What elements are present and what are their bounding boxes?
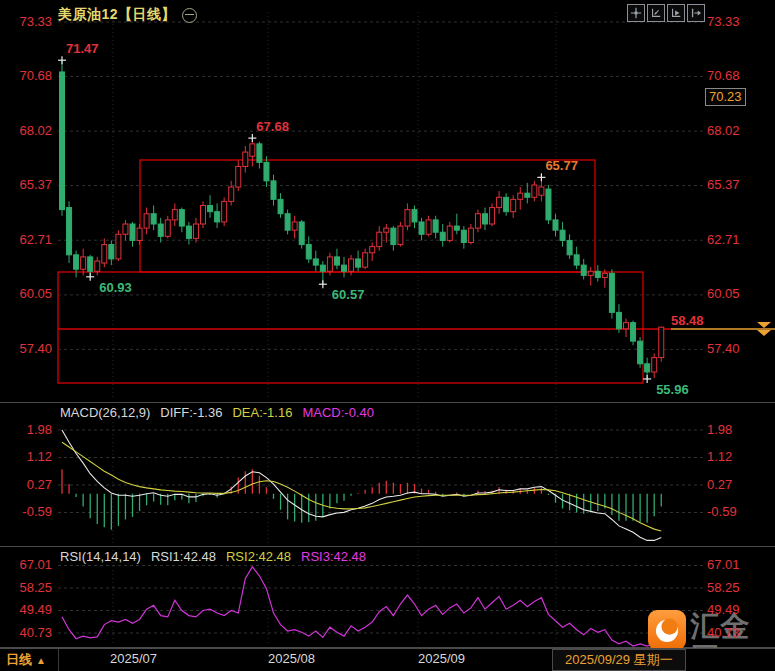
chart-window: 美原油12【日线】 73.33 70.68 68.02 65.37 62.71 … [0, 0, 775, 671]
minus-circle-icon[interactable] [182, 8, 197, 23]
chart-canvas[interactable] [0, 0, 775, 671]
gold678-logo-icon [648, 610, 686, 650]
axis-play-icon[interactable] [667, 4, 685, 22]
period-label: 日线 [6, 652, 32, 667]
period-selector[interactable]: 日线▲ [6, 651, 46, 669]
watermark: 汇金网 www.gold678.com [648, 610, 775, 671]
crosshair-icon[interactable] [627, 4, 645, 22]
axis-pan-icon[interactable] [647, 4, 665, 22]
chevron-up-icon: ▲ [36, 655, 46, 666]
pan-right-icon[interactable] [687, 4, 705, 22]
chart-toolbar [627, 4, 705, 22]
watermark-name: 汇金网 [691, 610, 775, 671]
watermark-text: 汇金网 www.gold678.com [691, 610, 775, 671]
